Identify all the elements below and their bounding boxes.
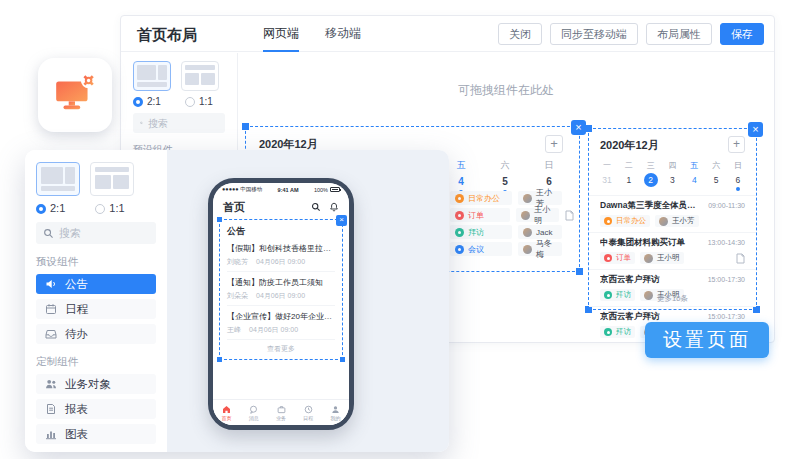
layout-props-button[interactable]: 布局属性 — [646, 23, 712, 45]
setup-page-button[interactable]: 设置页面 — [645, 322, 769, 358]
tab-business[interactable]: 业务 — [267, 400, 294, 425]
radio-1-1[interactable]: 1:1 — [185, 96, 213, 107]
add-event-button[interactable]: + — [545, 135, 563, 153]
tab-web[interactable]: 网页端 — [263, 16, 299, 52]
resize-handle[interactable] — [576, 268, 583, 275]
view-more-link[interactable]: 查看更多 — [227, 340, 335, 357]
week-event-rows: 日常办公 王小芳 订单 王小明 拜访 Jack 会议 马冬梅 — [450, 191, 574, 259]
author: 刘晓芳 — [227, 257, 248, 267]
resize-handle[interactable] — [585, 125, 592, 132]
screenshot-stage: 首页布局 网页端 移动端 关闭 同步至移动端 布局属性 保存 — [0, 0, 792, 459]
date-cell-today[interactable]: 4 — [687, 173, 701, 187]
component-search[interactable] — [36, 222, 156, 244]
save-button[interactable]: 保存 — [720, 23, 764, 45]
publish-time: 04月06日 09:00 — [256, 257, 305, 267]
layout-thumb-2-1[interactable] — [36, 162, 80, 196]
layout-thumb-1-1[interactable] — [90, 162, 134, 196]
close-button[interactable]: 关闭 — [498, 23, 542, 45]
date-cell[interactable]: 31 — [600, 173, 614, 187]
event-row[interactable]: 日常办公 王小芳 — [450, 191, 574, 205]
tab-home[interactable]: 首页 — [213, 400, 240, 425]
event-item[interactable]: Dawna第三季度全体员工总结会09:00-11:30 日常办公 王小芳 — [589, 195, 756, 232]
layout-thumb-2-1[interactable] — [133, 61, 171, 91]
window-actions: 关闭 同步至移动端 布局属性 保存 — [498, 23, 764, 45]
avatar — [523, 245, 532, 254]
search-icon — [140, 118, 143, 128]
search-icon — [43, 228, 54, 239]
date-cell-selected[interactable]: 2 — [644, 173, 658, 187]
sidebar-item-todo[interactable]: 待办 — [36, 324, 156, 344]
battery-percent: 100% — [314, 187, 328, 193]
close-icon: × — [575, 121, 581, 133]
announcement-item[interactable]: 【企业宣传】做好20年企业宣传计划报告会 王峰04月06日 09:00 — [227, 306, 335, 340]
person-icon — [331, 405, 340, 414]
date-cell[interactable]: 6 — [731, 173, 745, 187]
avatar — [523, 228, 532, 237]
battery-icon — [330, 187, 340, 192]
avatar — [523, 194, 532, 203]
announcement-item[interactable]: 【通知】防疫工作员工须知 刘朵朵04月06日 09:00 — [227, 272, 335, 306]
radio-2-1[interactable]: 2:1 — [133, 96, 161, 107]
avatar — [659, 217, 668, 226]
announcement-item[interactable]: 【假期】和创科技香格里拉大酒店3层奥… 刘晓芳04月06日 09:00 — [227, 238, 335, 272]
sidebar-item-schedule[interactable]: 日程 — [36, 299, 156, 319]
date-cell[interactable]: 5 — [709, 173, 723, 187]
week-column[interactable]: 六 5 — [488, 159, 522, 194]
tab-messages[interactable]: 消息 — [240, 400, 267, 425]
overlay-component-sidebar: 2:1 1:1 预设组件 公告 日程 待办 定制组件 — [25, 150, 167, 452]
date-cell[interactable]: 1 — [622, 173, 636, 187]
phone-status-bar: ●●●●● 中国移动 9:41 AM 100% — [213, 183, 349, 196]
publish-time: 04月06日 09:00 — [256, 291, 305, 301]
date-cell[interactable]: 3 — [665, 173, 679, 187]
layout-thumb-1-1[interactable] — [181, 61, 219, 91]
sync-to-mobile-button[interactable]: 同步至移动端 — [550, 23, 638, 45]
attachment-icon — [736, 253, 745, 264]
event-row[interactable]: 拜访 Jack — [450, 225, 574, 239]
sidebar-item-report[interactable]: 报表 — [36, 399, 156, 419]
widget-title: 公告 — [227, 225, 335, 238]
tab-mobile[interactable]: 移动端 — [325, 16, 361, 52]
tag-icon — [455, 194, 464, 203]
publish-time: 04月06日 09:00 — [249, 325, 298, 335]
sidebar-item-chart[interactable]: 图表 — [36, 424, 156, 444]
bell-icon[interactable] — [329, 202, 339, 212]
resize-handle[interactable] — [340, 357, 345, 362]
component-search[interactable] — [133, 113, 225, 133]
search-icon[interactable] — [311, 202, 321, 212]
date-row: 31 1 2 3 4 5 6 — [600, 173, 745, 187]
radio-2-1[interactable]: 2:1 — [36, 202, 65, 214]
tag-icon — [604, 217, 612, 225]
resize-handle[interactable] — [217, 357, 222, 362]
announcement-widget[interactable]: × 公告 【假期】和创科技香格里拉大酒店3层奥… 刘晓芳04月06日 09:00… — [219, 219, 343, 360]
resize-handle[interactable] — [242, 123, 249, 130]
tag-icon — [455, 245, 464, 254]
tab-profile[interactable]: 我的 — [322, 400, 349, 425]
remove-widget-button[interactable]: × — [571, 120, 586, 135]
remove-widget-button[interactable]: × — [748, 122, 763, 137]
resize-handle[interactable] — [217, 217, 222, 222]
month-calendar-widget[interactable]: × 2020年12月 + 一 二 三 四 五 六 日 31 1 2 3 4 5 … — [588, 128, 757, 310]
add-event-button[interactable]: + — [728, 136, 745, 153]
megaphone-icon — [45, 278, 57, 290]
mobile-config-overlay: 2:1 1:1 预设组件 公告 日程 待办 定制组件 — [25, 150, 449, 452]
search-input[interactable] — [148, 118, 218, 129]
drop-zone-hint: 可拖拽组件在此处 — [238, 82, 774, 99]
tag-icon — [604, 254, 612, 262]
remove-widget-button[interactable]: × — [336, 215, 347, 226]
more-events-link[interactable]: 更多10条 — [589, 294, 756, 304]
search-input[interactable] — [59, 227, 143, 239]
monitor-gear-icon — [52, 72, 98, 118]
event-row[interactable]: 订单 王小明 — [450, 208, 574, 222]
radio-1-1[interactable]: 1:1 — [95, 202, 124, 214]
layout-radios: 2:1 1:1 — [133, 96, 225, 107]
report-icon — [45, 403, 57, 415]
sidebar-item-business-object[interactable]: 业务对象 — [36, 374, 156, 394]
event-item[interactable]: 中泰集团材料购买订单13:00-14:30 订单 王小明 — [589, 232, 756, 269]
phone-nav-bar: 首页 — [213, 196, 349, 218]
tab-schedule[interactable]: 日程 — [295, 400, 322, 425]
sidebar-item-announcement[interactable]: 公告 — [36, 274, 156, 294]
calendar-icon — [45, 303, 57, 315]
tag-icon — [604, 328, 612, 336]
week-column[interactable]: 五 4 — [444, 159, 478, 194]
event-row[interactable]: 会议 马冬梅 — [450, 242, 574, 256]
